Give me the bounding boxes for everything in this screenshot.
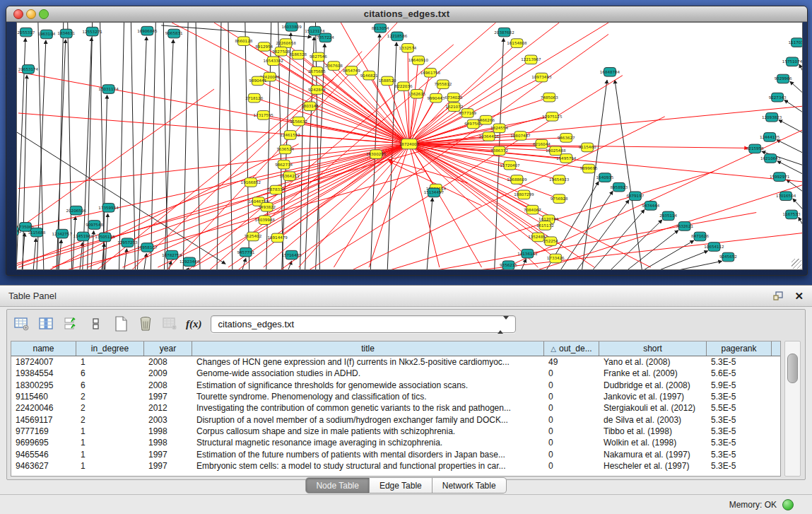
column-header-title[interactable]: title <box>192 341 544 356</box>
column-header-short[interactable]: short <box>599 341 707 356</box>
table-cell[interactable]: 5.9E-5 <box>707 380 772 390</box>
table-cell[interactable]: 49 <box>544 357 599 367</box>
table-cell[interactable]: Genome-wide association studies in ADHD. <box>192 368 544 378</box>
table-cell[interactable]: 5.3E-5 <box>707 392 772 402</box>
tab-node-table[interactable]: Node Table <box>305 477 370 493</box>
table-cell[interactable]: 0 <box>544 415 599 425</box>
table-cell[interactable]: 0 <box>544 450 599 460</box>
table-cell[interactable]: 5.3E-5 <box>707 438 772 448</box>
table-cell[interactable]: 2009 <box>144 368 192 378</box>
table-cell[interactable]: Estimation of significance thresholds fo… <box>192 380 544 390</box>
table-cell[interactable]: Stergiakouli et al. (2012) <box>599 403 707 413</box>
network-window-titlebar[interactable]: citations_edges.txt <box>6 6 807 22</box>
table-cell[interactable]: 14569117 <box>11 415 76 425</box>
table-selector-dropdown[interactable]: citations_edges.txt <box>211 315 516 333</box>
table-cell[interactable]: 6 <box>76 368 144 378</box>
zoom-window-button[interactable] <box>39 9 49 19</box>
table-cell[interactable]: Nakamura et al. (1997) <box>599 450 707 460</box>
table-row[interactable]: 2242004622012Investigating the contribut… <box>11 402 780 414</box>
table-cell[interactable]: 1997 <box>144 450 192 460</box>
delete-rows-icon[interactable] <box>136 315 155 333</box>
table-cell[interactable]: 6 <box>76 380 144 390</box>
row-height-icon[interactable] <box>87 315 105 333</box>
float-panel-icon[interactable] <box>773 291 784 301</box>
table-cell[interactable]: Tourette syndrome. Phenomenology and cla… <box>192 392 544 402</box>
table-cell[interactable]: Corpus callosum shape and size in male p… <box>192 426 544 436</box>
table-cell[interactable]: 0 <box>544 392 599 402</box>
table-cell[interactable]: Dudbridge et al. (2008) <box>599 380 707 390</box>
table-row[interactable]: 969969511998Structural magnetic resonanc… <box>11 437 780 448</box>
table-cell[interactable]: 2008 <box>144 380 192 390</box>
close-window-button[interactable] <box>13 9 23 19</box>
table-cell[interactable]: 1997 <box>144 461 192 471</box>
table-row[interactable]: 1456911722003Disruption of a novel membe… <box>11 414 780 425</box>
table-cell[interactable]: 1 <box>76 426 144 436</box>
table-cell[interactable]: 0 <box>544 380 599 390</box>
table-row[interactable]: 977716911998Corpus callosum shape and si… <box>11 426 780 437</box>
function-builder-icon[interactable]: f(x) <box>186 318 202 330</box>
table-cell[interactable]: Tibbo et al. (1998) <box>599 426 707 436</box>
table-row[interactable]: 1830029562008Estimation of significance … <box>11 380 780 391</box>
table-cell[interactable]: 9699695 <box>11 438 76 448</box>
table-cell[interactable]: 22420046 <box>11 403 76 413</box>
table-cell[interactable]: 9115460 <box>11 392 76 402</box>
table-cell[interactable]: 2 <box>76 392 144 402</box>
table-cell[interactable]: 0 <box>544 403 599 413</box>
table-cell[interactable]: 0 <box>544 368 599 378</box>
table-cell[interactable]: Changes of HCN gene expression and I(f) … <box>192 357 544 367</box>
table-cell[interactable]: Disruption of a novel member of a sodium… <box>192 415 544 425</box>
table-cell[interactable]: 0 <box>544 461 599 471</box>
table-cell[interactable]: 9777169 <box>11 426 76 436</box>
table-cell[interactable]: 2008 <box>144 357 192 367</box>
resize-grip-icon[interactable] <box>792 259 801 269</box>
table-cell[interactable]: Embryonic stem cells: a model to study s… <box>192 461 544 471</box>
table-cell[interactable]: 2 <box>76 403 144 413</box>
show-columns-icon[interactable] <box>37 315 56 333</box>
table-cell[interactable]: 5.5E-5 <box>707 403 772 413</box>
table-cell[interactable]: 5.3E-5 <box>707 426 772 436</box>
column-header-in_degree[interactable]: in_degree <box>76 341 144 356</box>
table-cell[interactable]: de Silva et al. (2003) <box>599 415 707 425</box>
table-cell[interactable]: Structural magnetic resonance image aver… <box>192 438 544 448</box>
table-cell[interactable]: 1997 <box>144 392 192 402</box>
table-cell[interactable]: 2003 <box>144 415 192 425</box>
table-cell[interactable]: 1998 <box>144 426 192 436</box>
table-cell[interactable]: 18300295 <box>11 380 76 390</box>
table-row[interactable]: 911546021997Tourette syndrome. Phenomeno… <box>11 391 780 402</box>
minimize-window-button[interactable] <box>26 9 36 19</box>
select-columns-icon[interactable] <box>62 315 81 333</box>
column-header-year[interactable]: year <box>144 341 192 356</box>
table-cell[interactable]: 5.3E-5 <box>707 450 772 460</box>
table-cell[interactable]: Wolkin et al. (1998) <box>599 438 707 448</box>
table-row[interactable]: 946554611997Estimation of the future num… <box>11 448 780 460</box>
table-cell[interactable]: Hescheler et al. (1997) <box>599 461 707 471</box>
column-header-name[interactable]: name <box>11 341 76 356</box>
column-header-pagerank[interactable]: pagerank <box>707 341 772 356</box>
table-cell[interactable]: 5.6E-5 <box>707 368 772 378</box>
column-header-out_de[interactable]: △out_de... <box>544 341 599 356</box>
create-table-icon[interactable] <box>112 315 130 333</box>
network-canvas[interactable]: 2055317196310418346311255327116906845906… <box>16 22 803 270</box>
table-cell[interactable]: 9463627 <box>11 461 76 471</box>
network-graph[interactable]: 2055317196310418346311255327116906845906… <box>17 23 802 269</box>
table-settings-icon[interactable] <box>13 315 31 333</box>
table-cell[interactable]: 0 <box>544 438 599 448</box>
table-cell[interactable]: 5.3E-5 <box>707 415 772 425</box>
table-row[interactable]: 1938455462009Genome-wide association stu… <box>11 368 780 379</box>
tab-edge-table[interactable]: Edge Table <box>370 477 433 493</box>
table-cell[interactable]: 1 <box>76 438 144 448</box>
table-cell[interactable]: 1 <box>76 461 144 471</box>
table-row[interactable]: 946362711997Embryonic stem cells: a mode… <box>11 460 780 472</box>
table-cell[interactable]: 2012 <box>144 403 192 413</box>
table-cell[interactable]: 1 <box>76 357 144 367</box>
table-cell[interactable]: 9465546 <box>11 450 76 460</box>
table-cell[interactable]: Franke et al. (2009) <box>599 368 707 378</box>
close-panel-button[interactable]: ✕ <box>794 290 804 303</box>
table-cell[interactable]: 18724007 <box>11 357 76 367</box>
table-cell[interactable]: 0 <box>544 426 599 436</box>
table-cell[interactable]: 5.3E-5 <box>707 357 772 367</box>
table-vertical-scrollbar[interactable] <box>784 341 801 477</box>
table-cell[interactable]: 19384554 <box>11 368 76 378</box>
table-cell[interactable]: Yano et al. (2008) <box>599 357 707 367</box>
table-cell[interactable]: Jankovic et al. (1997) <box>599 392 707 402</box>
